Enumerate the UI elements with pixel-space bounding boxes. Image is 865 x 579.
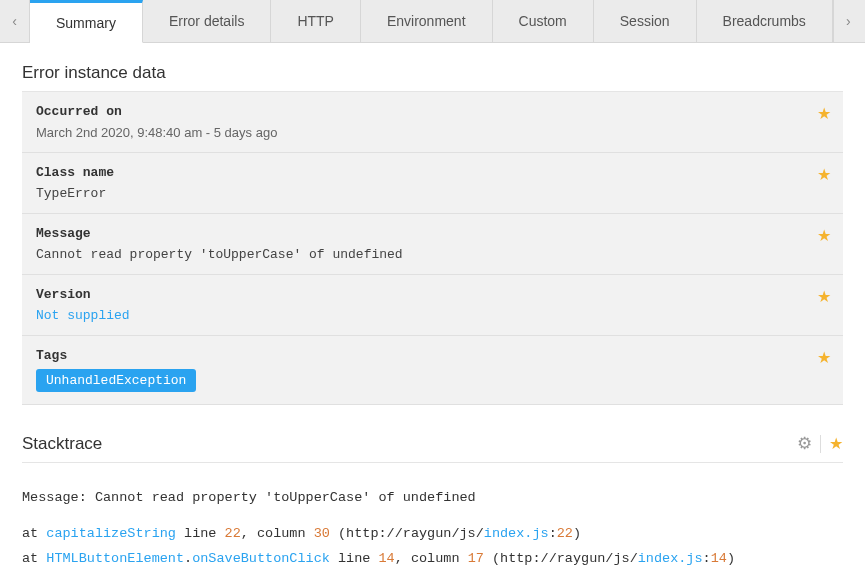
- occurred-on-box: Occurred on March 2nd 2020, 9:48:40 am -…: [22, 92, 843, 153]
- stacktrace-frame: at HTMLButtonElement.onSaveButtonClick l…: [22, 546, 843, 572]
- frame-fileline: 22: [557, 526, 573, 541]
- frame-text: line: [176, 526, 225, 541]
- tab-label: HTTP: [297, 13, 334, 29]
- stacktrace-section: Stacktrace ⚙ ★ Message: Cannot read prop…: [22, 433, 843, 572]
- chevron-left-icon: ‹: [12, 13, 17, 29]
- frame-line: 14: [379, 551, 395, 566]
- message-box: Message Cannot read property 'toUpperCas…: [22, 214, 843, 275]
- class-value: TypeError: [36, 186, 829, 201]
- frame-text: ): [573, 526, 581, 541]
- tab-label: Summary: [56, 15, 116, 31]
- tab-error-details[interactable]: Error details: [143, 0, 271, 42]
- stacktrace-title: Stacktrace: [22, 434, 102, 454]
- stacktrace-header: Stacktrace ⚙ ★: [22, 433, 843, 463]
- frame-class: HTMLButtonElement: [46, 551, 184, 566]
- tag-pill[interactable]: UnhandledException: [36, 369, 196, 392]
- stacktrace-message: Message: Cannot read property 'toUpperCa…: [22, 485, 843, 511]
- frame-path: http://raygun/js/: [500, 551, 638, 566]
- tabs-bar: ‹ Summary Error details HTTP Environment…: [0, 0, 865, 43]
- star-icon[interactable]: ★: [817, 226, 831, 245]
- message-value: Cannot read property 'toUpperCase' of un…: [36, 247, 829, 262]
- tab-scroll-left[interactable]: ‹: [0, 0, 30, 42]
- star-icon[interactable]: ★: [817, 287, 831, 306]
- tab-scroll-right[interactable]: ›: [833, 0, 863, 42]
- frame-file: index.js: [638, 551, 703, 566]
- stacktrace-body: Message: Cannot read property 'toUpperCa…: [22, 485, 843, 572]
- tags-box: Tags UnhandledException ★: [22, 336, 843, 405]
- tab-http[interactable]: HTTP: [271, 0, 361, 42]
- frame-col: 30: [314, 526, 330, 541]
- frame-fileline: 14: [711, 551, 727, 566]
- occurred-value: March 2nd 2020, 9:48:40 am - 5 days ago: [36, 125, 829, 140]
- instance-title: Error instance data: [22, 63, 166, 83]
- frame-text: , column: [395, 551, 468, 566]
- tab-label: Breadcrumbs: [723, 13, 806, 29]
- frame-text: :: [549, 526, 557, 541]
- stacktrace-actions: ⚙ ★: [797, 433, 843, 454]
- stacktrace-message-text: Cannot read property 'toUpperCase' of un…: [95, 490, 476, 505]
- version-box: Version Not supplied ★: [22, 275, 843, 336]
- frame-file: index.js: [484, 526, 549, 541]
- occurred-label: Occurred on: [36, 104, 829, 119]
- frame-text: , column: [241, 526, 314, 541]
- stacktrace-message-prefix: Message:: [22, 490, 95, 505]
- tab-session[interactable]: Session: [594, 0, 697, 42]
- frame-at: at: [22, 526, 46, 541]
- frame-col: 17: [468, 551, 484, 566]
- frame-method: onSaveButtonClick: [192, 551, 330, 566]
- frame-text: ): [727, 551, 735, 566]
- frame-text: line: [330, 551, 379, 566]
- frame-text: :: [703, 551, 711, 566]
- chevron-right-icon: ›: [846, 13, 851, 29]
- frame-line: 22: [225, 526, 241, 541]
- tab-label: Custom: [519, 13, 567, 29]
- content-area: Error instance data Occurred on March 2n…: [0, 43, 865, 579]
- frame-path: http://raygun/js/: [346, 526, 484, 541]
- frame-method: capitalizeString: [46, 526, 176, 541]
- class-label: Class name: [36, 165, 829, 180]
- star-icon[interactable]: ★: [817, 165, 831, 184]
- tags-label: Tags: [36, 348, 829, 363]
- version-label: Version: [36, 287, 829, 302]
- star-icon[interactable]: ★: [817, 104, 831, 123]
- tab-label: Error details: [169, 13, 244, 29]
- star-icon[interactable]: ★: [829, 434, 843, 453]
- instance-header: Error instance data: [22, 63, 843, 92]
- version-value[interactable]: Not supplied: [36, 308, 829, 323]
- tab-breadcrumbs[interactable]: Breadcrumbs: [697, 0, 833, 42]
- tab-label: Session: [620, 13, 670, 29]
- stacktrace-frame: at capitalizeString line 22, column 30 (…: [22, 521, 843, 547]
- gear-icon[interactable]: ⚙: [797, 433, 812, 454]
- frame-at: at: [22, 551, 46, 566]
- divider: [820, 435, 821, 453]
- message-label: Message: [36, 226, 829, 241]
- tab-summary[interactable]: Summary: [30, 0, 143, 43]
- frame-text: .: [184, 551, 192, 566]
- frame-text: (: [484, 551, 500, 566]
- tab-label: Environment: [387, 13, 466, 29]
- frame-text: (: [330, 526, 346, 541]
- tab-environment[interactable]: Environment: [361, 0, 493, 42]
- tab-custom[interactable]: Custom: [493, 0, 594, 42]
- star-icon[interactable]: ★: [817, 348, 831, 367]
- class-name-box: Class name TypeError ★: [22, 153, 843, 214]
